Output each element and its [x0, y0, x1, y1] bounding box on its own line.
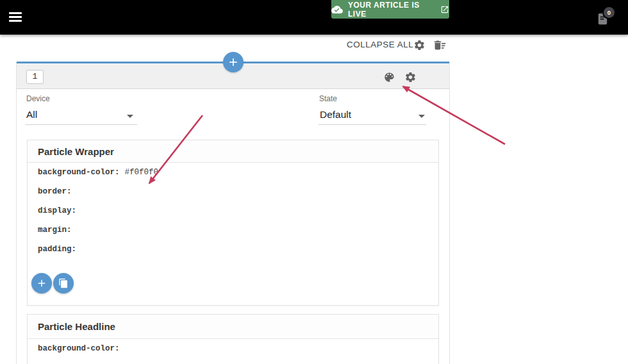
- chevron-down-icon: [127, 115, 133, 118]
- article-live-label: YOUR ARTICLE IS LIVE: [348, 1, 435, 19]
- property-name: margin:: [38, 226, 72, 235]
- particle-wrapper-card: Particle Wrapper background-color:#f0f0f…: [27, 140, 439, 306]
- css-property-row[interactable]: border:: [28, 182, 438, 201]
- menu-bar: [9, 20, 22, 22]
- revisions-button[interactable]: 0: [595, 10, 616, 30]
- gear-icon[interactable]: [413, 39, 426, 51]
- add-property-button[interactable]: [31, 273, 52, 294]
- css-property-row[interactable]: margin:: [28, 220, 438, 240]
- card-header: Particle Headline: [28, 315, 438, 339]
- css-property-row[interactable]: padding:: [28, 240, 438, 259]
- chevron-down-icon: [418, 115, 425, 118]
- property-value: [120, 344, 125, 353]
- section-panel: 1 Device All State Default Particle Wrap…: [16, 62, 450, 364]
- card-title: Particle Wrapper: [28, 140, 438, 163]
- page: YOUR ARTICLE IS LIVE 0 COLLAPSE ALL: [0, 0, 628, 364]
- css-property-row[interactable]: display:: [28, 201, 438, 220]
- section-index-input[interactable]: 1: [26, 70, 44, 84]
- gear-icon[interactable]: [404, 71, 417, 83]
- property-value: [76, 206, 81, 215]
- plus-icon: [36, 277, 47, 289]
- state-select-value: Default: [318, 109, 351, 120]
- property-value: #f0f0f0: [120, 168, 159, 177]
- css-property-row[interactable]: background-color:#f0f0f0: [28, 163, 438, 182]
- card-header: Particle Wrapper: [28, 140, 438, 163]
- property-name: background-color:: [38, 168, 120, 177]
- device-select-value: All: [25, 109, 37, 120]
- plus-icon: [227, 56, 240, 69]
- property-value: [72, 187, 77, 196]
- css-property-row[interactable]: background-color:: [28, 339, 438, 358]
- menu-icon[interactable]: [9, 12, 22, 22]
- cloud-done-icon: [331, 4, 343, 15]
- property-value: [76, 245, 81, 254]
- property-name: padding:: [38, 245, 76, 254]
- property-value: [72, 226, 77, 235]
- duplicate-particle-button[interactable]: [53, 273, 74, 294]
- menu-bar: [9, 12, 22, 14]
- article-live-button[interactable]: YOUR ARTICLE IS LIVE: [331, 0, 449, 19]
- state-select[interactable]: Default: [318, 108, 426, 125]
- open-in-new-icon: [440, 5, 449, 14]
- revisions-count-badge: 0: [604, 7, 615, 18]
- particle-headline-card: Particle Headline background-color:: [27, 314, 439, 364]
- collapse-all-button[interactable]: COLLAPSE ALL: [347, 40, 413, 49]
- copy-icon: [58, 278, 69, 288]
- delete-sweep-icon[interactable]: [433, 38, 447, 52]
- add-section-button[interactable]: [223, 52, 244, 72]
- property-name: display:: [38, 206, 76, 215]
- property-name: background-color:: [38, 344, 120, 353]
- device-select[interactable]: All: [25, 108, 137, 125]
- menu-bar: [9, 16, 22, 18]
- top-app-bar: YOUR ARTICLE IS LIVE 0: [0, 0, 628, 35]
- state-label: State: [319, 94, 337, 103]
- property-name: border:: [38, 187, 72, 196]
- card-title: Particle Headline: [28, 315, 438, 339]
- palette-icon[interactable]: [383, 71, 395, 83]
- device-label: Device: [26, 94, 50, 103]
